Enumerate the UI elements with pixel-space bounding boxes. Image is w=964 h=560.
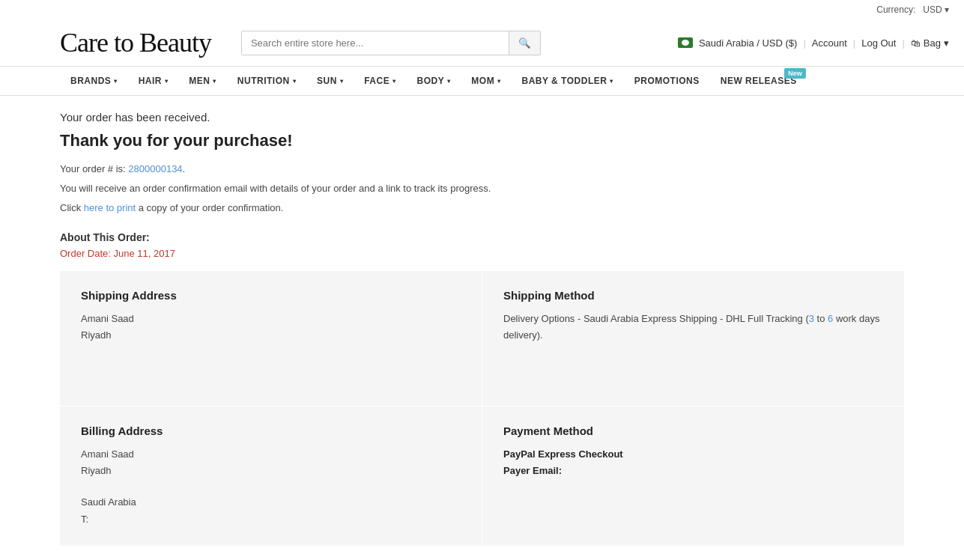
order-date: Order Date: June 11, 2017 bbox=[60, 248, 904, 259]
shipping-method-content: Delivery Options - Saudi Arabia Express … bbox=[503, 311, 883, 344]
currency-selector[interactable]: USD ▾ bbox=[923, 4, 949, 15]
billing-address-content: Amani Saad Riyadh Saudi Arabia T: bbox=[81, 446, 461, 527]
chevron-down-icon: ▾ bbox=[392, 78, 396, 85]
shipping-city: Riyadh bbox=[81, 327, 461, 344]
region-selector[interactable]: Saudi Arabia / USD ($) bbox=[699, 37, 798, 49]
nav-item-promotions: PROMOTIONS bbox=[624, 67, 710, 95]
thank-you-heading: Thank you for your purchase! bbox=[60, 131, 904, 150]
payment-method-content: PayPal Express Checkout Payer Email: bbox=[503, 446, 883, 479]
bottom-info-grid: Billing Address Amani Saad Riyadh Saudi … bbox=[60, 407, 904, 545]
nav-item-hair: HAIR ▾ bbox=[128, 67, 179, 95]
header: Care to Beauty 🔍 Saudi Arabia / USD ($) … bbox=[0, 19, 964, 67]
shipping-method-description: Delivery Options - Saudi Arabia Express … bbox=[503, 313, 879, 341]
nav-link-men[interactable]: MEN ▾ bbox=[178, 67, 227, 95]
payment-email-label: Payer Email: bbox=[503, 463, 883, 479]
nav-list: BRANDS ▾ HAIR ▾ MEN ▾ NUTRITION ▾ SUN ▾ … bbox=[60, 67, 904, 95]
nav-item-brands: BRANDS ▾ bbox=[60, 67, 128, 95]
shipping-method-title: Shipping Method bbox=[503, 289, 883, 302]
chevron-down-icon: ▾ bbox=[213, 78, 216, 85]
header-right: Saudi Arabia / USD ($) | Account | Log O… bbox=[678, 37, 949, 49]
nav-link-baby-toddler[interactable]: BABY & TODDLER ▾ bbox=[512, 67, 624, 95]
billing-name: Amani Saad bbox=[81, 446, 461, 463]
shipping-name: Amani Saad bbox=[81, 311, 461, 327]
nav-link-brands[interactable]: BRANDS ▾ bbox=[60, 67, 128, 95]
nav-link-mom[interactable]: MOM ▾ bbox=[461, 67, 511, 95]
payment-method-title: Payment Method bbox=[503, 424, 883, 437]
main-content: Your order has been received. Thank you … bbox=[0, 96, 964, 560]
shipping-address-content: Amani Saad Riyadh bbox=[81, 311, 461, 344]
nav-item-baby-toddler: BABY & TODDLER ▾ bbox=[512, 67, 624, 95]
print-link[interactable]: here to print bbox=[84, 202, 136, 213]
search-input[interactable] bbox=[242, 31, 509, 55]
nav-item-body: BODY ▾ bbox=[407, 67, 461, 95]
shipping-address-title: Shipping Address bbox=[81, 289, 461, 302]
flag-icon bbox=[678, 37, 693, 48]
top-info-grid: Shipping Address Amani Saad Riyadh Shipp… bbox=[60, 271, 904, 406]
chevron-down-icon: ▾ bbox=[293, 78, 297, 85]
billing-phone: T: bbox=[81, 511, 461, 528]
logo[interactable]: Care to Beauty bbox=[60, 27, 211, 58]
order-number-line: Your order # is: 2800000134. bbox=[60, 161, 904, 177]
nav-item-sun: SUN ▾ bbox=[306, 67, 354, 95]
bag-icon: 🛍 bbox=[911, 37, 921, 49]
billing-address-box: Billing Address Amani Saad Riyadh Saudi … bbox=[60, 407, 482, 545]
print-copy-line: Click here to print a copy of your order… bbox=[60, 200, 904, 216]
billing-city: Riyadh bbox=[81, 463, 461, 479]
shipping-6-link[interactable]: 6 bbox=[828, 313, 833, 324]
nav-link-hair[interactable]: HAIR ▾ bbox=[128, 67, 179, 95]
chevron-down-icon: ▾ bbox=[114, 78, 118, 85]
nav-link-sun[interactable]: SUN ▾ bbox=[306, 67, 354, 95]
nav-link-promotions[interactable]: PROMOTIONS bbox=[624, 67, 710, 95]
payment-method-name: PayPal Express Checkout bbox=[503, 446, 883, 463]
search-button[interactable]: 🔍 bbox=[509, 31, 540, 55]
order-number-link[interactable]: 2800000134 bbox=[128, 163, 182, 174]
shipping-address-box: Shipping Address Amani Saad Riyadh bbox=[60, 271, 482, 406]
currency-label: Currency: bbox=[876, 4, 915, 15]
navigation: BRANDS ▾ HAIR ▾ MEN ▾ NUTRITION ▾ SUN ▾ … bbox=[0, 67, 964, 96]
chevron-down-icon: ▾ bbox=[497, 78, 501, 85]
chevron-down-icon: ▾ bbox=[340, 78, 344, 85]
chevron-down-icon: ▾ bbox=[447, 78, 451, 85]
account-link[interactable]: Account bbox=[812, 37, 847, 49]
chevron-down-icon: ▾ bbox=[165, 78, 169, 85]
logout-link[interactable]: Log Out bbox=[861, 37, 896, 49]
bag-button[interactable]: 🛍 Bag ▾ bbox=[911, 37, 949, 49]
order-received-title: Your order has been received. bbox=[60, 111, 904, 124]
shipping-3-link[interactable]: 3 bbox=[809, 313, 814, 324]
billing-address-title: Billing Address bbox=[81, 424, 461, 437]
nav-item-face: FACE ▾ bbox=[354, 67, 406, 95]
top-bar: Currency: USD ▾ bbox=[0, 0, 964, 19]
order-confirmation-line: You will receive an order confirmation e… bbox=[60, 180, 904, 197]
nav-item-mom: MOM ▾ bbox=[461, 67, 511, 95]
nav-item-nutrition: NUTRITION ▾ bbox=[227, 67, 306, 95]
billing-country: Saudi Arabia bbox=[81, 494, 461, 511]
payment-method-box: Payment Method PayPal Express Checkout P… bbox=[482, 407, 904, 545]
nav-item-new-releases: NEW RELEASES New bbox=[710, 67, 807, 95]
nav-item-men: MEN ▾ bbox=[178, 67, 227, 95]
shipping-method-box: Shipping Method Delivery Options - Saudi… bbox=[482, 271, 904, 406]
about-order-heading: About This Order: bbox=[60, 231, 904, 243]
nav-link-face[interactable]: FACE ▾ bbox=[354, 67, 406, 95]
chevron-down-icon: ▾ bbox=[610, 78, 613, 85]
nav-link-nutrition[interactable]: NUTRITION ▾ bbox=[227, 67, 306, 95]
nav-link-body[interactable]: BODY ▾ bbox=[407, 67, 461, 95]
search-bar: 🔍 bbox=[241, 31, 541, 55]
new-badge: New bbox=[784, 68, 806, 79]
